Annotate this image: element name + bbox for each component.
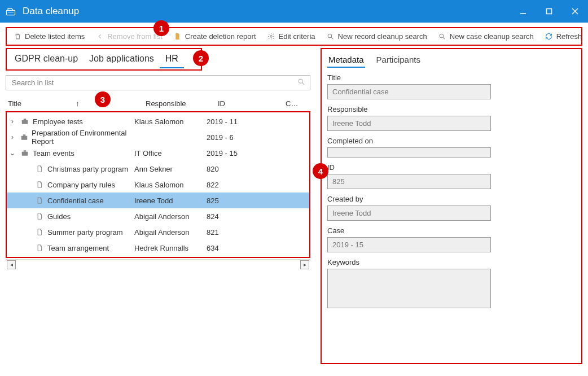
row-responsible: IT Office (134, 149, 207, 158)
delete-listed-button[interactable]: Delete listed items (9, 30, 89, 43)
svg-rect-13 (22, 120, 28, 124)
annotation-badge-1: 1 (153, 20, 169, 36)
field-label-case: Case (327, 226, 576, 235)
new-record-search-button[interactable]: New record cleanup search (322, 30, 432, 43)
field-label-id: ID (327, 163, 576, 172)
document-icon (35, 196, 44, 205)
document-icon (35, 164, 44, 173)
col-id-header[interactable]: ID (218, 99, 286, 108)
toolbar-label: New record cleanup search (338, 32, 427, 41)
window-buttons (510, 0, 588, 23)
col-responsible-header[interactable]: Responsible (146, 99, 218, 108)
tab-participants[interactable]: Participants (375, 53, 422, 68)
annotation-badge-4: 4 (313, 163, 328, 179)
close-button[interactable] (562, 0, 588, 23)
col-truncated-header[interactable]: C… (286, 99, 310, 108)
tab-metadata[interactable]: Metadata (327, 53, 365, 68)
row-title: Employee tests (33, 117, 83, 126)
edit-criteria-button[interactable]: Edit criteria (263, 30, 320, 43)
toolbar-label: Create deletion report (185, 32, 256, 41)
column-headers: Title ↑ Responsible ID C… (6, 97, 310, 111)
document-row[interactable]: Confidential caseIreene Todd825 (7, 193, 309, 208)
refresh-icon (545, 33, 553, 41)
row-title: Summer party program (47, 228, 123, 237)
svg-point-9 (440, 34, 444, 37)
search-icon (297, 78, 305, 88)
row-responsible: Ann Sekner (134, 165, 207, 173)
row-title: Team events (33, 149, 74, 158)
svg-rect-18 (24, 150, 27, 151)
window-title: Data cleanup (23, 6, 79, 17)
expand-toggle[interactable]: › (7, 117, 18, 125)
row-title: Team arrangement (47, 244, 109, 252)
search-box[interactable] (6, 75, 310, 90)
horizontal-scrollbar[interactable]: ◂ ▸ (6, 259, 310, 269)
tab-hr[interactable]: HR (160, 50, 184, 68)
minimize-button[interactable] (510, 0, 536, 23)
field-label-created: Created by (327, 195, 576, 203)
title-bar: Data cleanup (0, 0, 588, 23)
toolbar-label: Remove from list (107, 32, 163, 41)
trash-icon (14, 33, 21, 41)
field-value-id[interactable]: 825 (327, 174, 491, 189)
toolbar-label: New case cleanup search (450, 32, 534, 41)
case-icon (20, 133, 28, 142)
tab-job-applications[interactable]: Job applications (84, 50, 160, 68)
svg-line-10 (443, 37, 445, 39)
right-pane: 4 Metadata Participants Title Confidenti… (321, 48, 582, 364)
row-responsible: Ireene Todd (134, 196, 207, 205)
search-tabs: GDPR clean-up Job applications HR 2 (6, 48, 202, 71)
case-row[interactable]: ›Preparation of Environmental Report2019… (7, 129, 309, 145)
svg-rect-3 (547, 9, 552, 14)
results-list: 3 Title ↑ Responsible ID C… ›Employee te… (6, 97, 310, 269)
col-title-header[interactable]: Title ↑ (6, 99, 146, 108)
scroll-left-icon[interactable]: ◂ (7, 260, 16, 269)
document-row[interactable]: Summer party programAbigail Anderson821 (7, 224, 309, 240)
expand-toggle[interactable]: ⌄ (7, 149, 18, 157)
left-pane: GDPR clean-up Job applications HR 2 3 Ti… (6, 48, 310, 364)
document-icon (35, 228, 44, 237)
field-value-title[interactable]: Confidential case (327, 84, 491, 99)
document-row[interactable]: Company party rulesKlaus Salomon822 (7, 177, 309, 193)
document-icon (174, 33, 182, 41)
svg-point-7 (328, 34, 332, 37)
row-id: 821 (207, 228, 274, 237)
field-value-case[interactable]: 2019 - 15 (327, 237, 491, 252)
search-input[interactable] (11, 78, 297, 88)
scroll-right-icon[interactable]: ▸ (300, 260, 309, 269)
svg-line-8 (331, 37, 333, 39)
maximize-button[interactable] (536, 0, 562, 23)
case-row[interactable]: ›Employee testsKlaus Salomon2019 - 11 (7, 113, 309, 129)
row-responsible: Klaus Salomon (134, 181, 207, 189)
svg-line-12 (302, 83, 305, 85)
case-row[interactable]: ⌄Team eventsIT Office2019 - 15 (7, 145, 309, 161)
row-title: Christmas party program (47, 165, 128, 173)
document-icon (35, 243, 44, 252)
document-row[interactable]: GuidesAbigail Anderson824 (7, 208, 309, 224)
row-responsible: Klaus Salomon (134, 117, 207, 126)
row-title: Confidential case (47, 196, 104, 205)
sort-asc-icon: ↑ (76, 99, 80, 108)
row-id: 820 (207, 165, 274, 173)
row-title: Preparation of Environmental Report (32, 129, 134, 146)
document-row[interactable]: Christmas party programAnn Sekner820 (7, 161, 309, 177)
annotation-badge-3: 3 (95, 91, 111, 107)
tab-gdpr[interactable]: GDPR clean-up (9, 50, 84, 68)
refresh-button[interactable]: Refresh (541, 30, 587, 43)
row-id: 2019 - 6 (207, 133, 274, 142)
field-value-created[interactable]: Ireene Todd (327, 206, 491, 221)
toolbar-label: Refresh (556, 32, 582, 41)
document-row[interactable]: Team arrangementHedrek Runnalls634 (7, 240, 309, 256)
annotation-badge-2: 2 (193, 50, 209, 66)
expand-toggle[interactable]: › (7, 133, 18, 141)
field-label-responsible: Responsible (327, 105, 576, 113)
svg-point-11 (299, 79, 302, 83)
svg-rect-14 (24, 119, 27, 120)
field-value-keywords[interactable] (327, 269, 491, 308)
field-value-completed[interactable] (327, 147, 491, 158)
toolbar-label: Edit criteria (279, 32, 315, 41)
row-responsible: Hedrek Runnalls (134, 244, 207, 252)
field-value-responsible[interactable]: Ireene Todd (327, 116, 491, 131)
create-report-button[interactable]: Create deletion report (169, 30, 261, 43)
new-case-search-button[interactable]: New case cleanup search (434, 30, 538, 43)
